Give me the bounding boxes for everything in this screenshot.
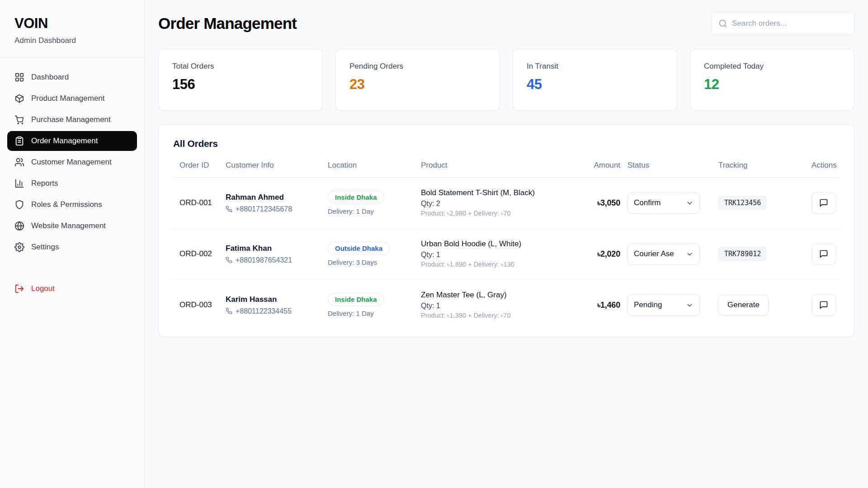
sidebar-item-label: Reports	[31, 179, 58, 188]
product-qty: Qty: 1	[421, 251, 566, 259]
product-info: Bold Statement T-Shirt (M, Black) Qty: 2…	[421, 188, 566, 217]
sidebar-item-purchase-management[interactable]: Purchase Management	[7, 110, 137, 130]
location-info: Inside Dhaka Delivery: 1 Day	[328, 293, 414, 317]
message-button[interactable]	[811, 294, 836, 316]
table-header-row: Order ID Customer Info Location Product …	[173, 161, 840, 178]
sidebar-item-label: Dashboard	[31, 73, 69, 82]
topbar: Order Management	[158, 12, 854, 35]
column-header-status: Status	[627, 161, 711, 170]
brand: VOIN Admin Dashboard	[0, 14, 144, 57]
orders-panel-title: All Orders	[173, 138, 840, 149]
location-info: Outside Dhaka Delivery: 3 Days	[328, 242, 414, 266]
sidebar-item-label: Roles & Permissions	[31, 200, 102, 209]
stat-value: 23	[349, 76, 486, 93]
sidebar-item-label: Order Management	[31, 136, 98, 145]
stat-card-completed-today: Completed Today 12	[690, 49, 854, 111]
sidebar: VOIN Admin Dashboard Dashboard Product M…	[0, 0, 145, 488]
search-box[interactable]	[711, 12, 854, 35]
column-header-customer-info: Customer Info	[226, 161, 321, 170]
page-title: Order Management	[158, 14, 297, 33]
order-amount: ৳2,020	[597, 249, 620, 258]
column-header-product: Product	[421, 161, 566, 170]
stat-value: 12	[704, 76, 840, 93]
clipboard-icon	[14, 136, 24, 146]
status-select[interactable]: Pending	[627, 294, 700, 316]
table-body: ORD-001 Rahman Ahmed +8801712345678 Insi…	[173, 178, 840, 330]
sidebar-item-roles-permissions[interactable]: Roles & Permissions	[7, 195, 137, 215]
status-value: Pending	[634, 300, 662, 310]
price-breakdown: Product: ৳1,390 + Delivery: ৳70	[421, 312, 566, 319]
status-select[interactable]: Confirm	[627, 192, 700, 214]
message-button[interactable]	[811, 243, 836, 265]
product-name: Bold Statement T-Shirt (M, Black)	[421, 188, 566, 197]
delivery-time: Delivery: 1 Day	[328, 310, 414, 317]
message-button[interactable]	[811, 192, 836, 214]
generate-tracking-button[interactable]: Generate	[718, 295, 769, 315]
bar-chart-icon	[14, 178, 24, 188]
brand-subtitle: Admin Dashboard	[14, 36, 137, 45]
location-zone-badge: Inside Dhaka	[328, 191, 384, 204]
logout-icon	[14, 284, 24, 294]
stat-card-total-orders: Total Orders 156	[158, 49, 323, 111]
shield-icon	[14, 200, 24, 210]
location-zone-badge: Outside Dhaka	[328, 242, 390, 255]
customer-name: Rahman Ahmed	[226, 193, 321, 202]
column-header-order-id: Order ID	[173, 161, 218, 170]
customer-phone: +8801987654321	[236, 256, 292, 264]
users-icon	[14, 157, 24, 167]
chevron-down-icon	[686, 199, 693, 207]
sidebar-item-label: Website Management	[31, 221, 106, 230]
product-info: Zen Master Tee (L, Gray) Qty: 1 Product:…	[421, 291, 566, 319]
phone-icon	[226, 308, 232, 314]
customer-info: Karim Hassan +8801122334455	[226, 295, 321, 315]
price-breakdown: Product: ৳1,890 + Delivery: ৳130	[421, 261, 566, 268]
product-qty: Qty: 1	[421, 302, 566, 310]
sidebar-nav: Dashboard Product Management Purchase Ma…	[7, 67, 137, 300]
tracking-code: TRK123456	[718, 196, 767, 210]
order-amount: ৳1,460	[597, 300, 620, 310]
sidebar-item-label: Customer Management	[31, 158, 112, 167]
sidebar-item-website-management[interactable]: Website Management	[7, 216, 137, 236]
sidebar-item-dashboard[interactable]: Dashboard	[7, 67, 137, 87]
product-info: Urban Bold Hoodie (L, White) Qty: 1 Prod…	[421, 239, 566, 268]
customer-info: Rahman Ahmed +8801712345678	[226, 193, 321, 213]
globe-icon	[14, 221, 24, 231]
delivery-time: Delivery: 1 Day	[328, 207, 414, 215]
tracking-code: TRK789012	[718, 247, 767, 261]
logout-label: Logout	[31, 284, 55, 293]
customer-name: Karim Hassan	[226, 295, 321, 304]
column-header-location: Location	[328, 161, 414, 170]
logout-button[interactable]: Logout	[7, 279, 137, 299]
brand-logo: VOIN	[14, 15, 137, 32]
customer-phone: +8801122334455	[236, 307, 292, 315]
search-icon	[718, 19, 727, 28]
sidebar-item-label: Settings	[31, 243, 59, 252]
order-amount: ৳3,050	[597, 198, 620, 207]
customer-phone: +8801712345678	[236, 205, 292, 213]
sidebar-item-reports[interactable]: Reports	[7, 174, 137, 193]
table-row: ORD-002 Fatima Khan +8801987654321 Outsi…	[173, 229, 840, 280]
chevron-down-icon	[686, 250, 693, 258]
message-square-icon	[819, 249, 828, 258]
location-info: Inside Dhaka Delivery: 1 Day	[328, 191, 414, 215]
status-select[interactable]: Courier Ase	[627, 243, 700, 265]
stat-label: In Transit	[527, 62, 663, 71]
sidebar-item-order-management[interactable]: Order Management	[7, 131, 137, 151]
gear-icon	[14, 242, 24, 252]
orders-table: Order ID Customer Info Location Product …	[173, 161, 840, 330]
phone-icon	[226, 206, 232, 212]
sidebar-item-settings[interactable]: Settings	[7, 237, 137, 257]
sidebar-item-product-management[interactable]: Product Management	[7, 89, 137, 108]
customer-info: Fatima Khan +8801987654321	[226, 244, 321, 264]
search-input[interactable]	[732, 19, 847, 28]
stat-label: Total Orders	[172, 62, 309, 71]
stat-label: Pending Orders	[349, 62, 486, 71]
column-header-tracking: Tracking	[718, 161, 804, 170]
table-row: ORD-001 Rahman Ahmed +8801712345678 Insi…	[173, 178, 840, 229]
sidebar-item-label: Product Management	[31, 94, 105, 103]
product-qty: Qty: 2	[421, 200, 566, 208]
sidebar-item-customer-management[interactable]: Customer Management	[7, 152, 137, 172]
stat-value: 45	[527, 76, 663, 93]
stat-value: 156	[172, 76, 309, 93]
grid-icon	[14, 72, 24, 82]
